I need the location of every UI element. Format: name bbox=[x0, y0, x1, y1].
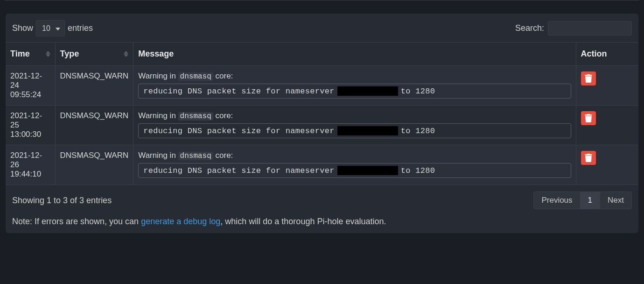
note: Note: If errors are shown, you can gener… bbox=[6, 212, 638, 227]
cell-action bbox=[576, 66, 638, 106]
column-header-message: Message bbox=[133, 43, 576, 66]
message-prefix: Warning in dnsmasq core: bbox=[138, 71, 571, 81]
cell-time: 2021-12-24 09:55:24 bbox=[6, 66, 55, 106]
pagination: Previous 1 Next bbox=[533, 192, 632, 209]
table-footer: Showing 1 to 3 of 3 entries Previous 1 N… bbox=[6, 185, 638, 212]
cell-message: Warning in dnsmasq core: reducing DNS pa… bbox=[133, 106, 576, 145]
table-row: 2021-12-26 19:44:10 DNSMASQ_WARN Warning… bbox=[6, 145, 638, 185]
cell-message: Warning in dnsmasq core: reducing DNS pa… bbox=[133, 66, 576, 106]
cell-type: DNSMASQ_WARN bbox=[55, 145, 133, 185]
show-label: Show bbox=[12, 23, 33, 33]
table-info: Showing 1 to 3 of 3 entries bbox=[12, 196, 112, 206]
delete-button[interactable] bbox=[581, 71, 596, 85]
note-suffix: , which will do a thorough Pi-hole evalu… bbox=[220, 217, 386, 226]
log-table-body: 2021-12-24 09:55:24 DNSMASQ_WARN Warning… bbox=[6, 66, 638, 185]
log-panel: Show 10 entries Search: Time bbox=[6, 14, 638, 233]
cell-message: Warning in dnsmasq core: reducing DNS pa… bbox=[133, 145, 576, 185]
message-prefix: Warning in dnsmasq core: bbox=[138, 111, 571, 121]
sort-icon bbox=[124, 51, 128, 57]
table-controls: Show 10 entries Search: bbox=[6, 20, 638, 42]
previous-button[interactable]: Previous bbox=[533, 192, 580, 209]
cell-time: 2021-12-25 13:00:30 bbox=[6, 106, 55, 145]
log-table: Time Type Message Action bbox=[6, 42, 638, 185]
redacted-ip bbox=[337, 166, 398, 175]
cell-action bbox=[576, 145, 638, 185]
page-number-button[interactable]: 1 bbox=[581, 192, 600, 209]
column-header-time[interactable]: Time bbox=[6, 43, 55, 66]
next-button[interactable]: Next bbox=[600, 192, 632, 209]
search-input[interactable] bbox=[548, 21, 632, 36]
cell-type: DNSMASQ_WARN bbox=[55, 106, 133, 145]
trash-icon bbox=[585, 154, 592, 162]
delete-button[interactable] bbox=[581, 151, 596, 165]
table-row: 2021-12-24 09:55:24 DNSMASQ_WARN Warning… bbox=[6, 66, 638, 106]
note-prefix: Note: If errors are shown, you can bbox=[12, 217, 141, 226]
redacted-ip bbox=[337, 86, 398, 96]
top-divider bbox=[5, 0, 639, 0]
column-header-action: Action bbox=[576, 43, 638, 66]
entries-label: entries bbox=[68, 23, 93, 33]
message-code: reducing DNS packet size for nameserver … bbox=[138, 123, 571, 138]
sort-icon bbox=[46, 51, 50, 57]
message-code: reducing DNS packet size for nameserver … bbox=[138, 84, 571, 99]
cell-time: 2021-12-26 19:44:10 bbox=[6, 145, 55, 185]
message-code: reducing DNS packet size for nameserver … bbox=[138, 163, 571, 178]
table-row: 2021-12-25 13:00:30 DNSMASQ_WARN Warning… bbox=[6, 106, 638, 145]
page-size-select-wrap: 10 bbox=[36, 20, 65, 36]
redacted-ip bbox=[337, 126, 398, 135]
trash-icon bbox=[585, 74, 592, 83]
message-prefix: Warning in dnsmasq core: bbox=[138, 151, 571, 160]
generate-debug-log-link[interactable]: generate a debug log bbox=[141, 217, 220, 226]
delete-button[interactable] bbox=[581, 111, 596, 125]
page-size-select[interactable]: 10 bbox=[36, 20, 65, 36]
search-control: Search: bbox=[515, 21, 632, 36]
column-header-time-label: Time bbox=[10, 49, 30, 59]
column-header-action-label: Action bbox=[581, 49, 607, 58]
search-label: Search: bbox=[515, 23, 544, 33]
column-header-type-label: Type bbox=[60, 49, 79, 59]
trash-icon bbox=[585, 114, 592, 122]
cell-type: DNSMASQ_WARN bbox=[55, 66, 133, 106]
column-header-message-label: Message bbox=[138, 49, 174, 58]
column-header-type[interactable]: Type bbox=[55, 43, 133, 66]
length-control: Show 10 entries bbox=[12, 20, 93, 36]
cell-action bbox=[576, 106, 638, 145]
